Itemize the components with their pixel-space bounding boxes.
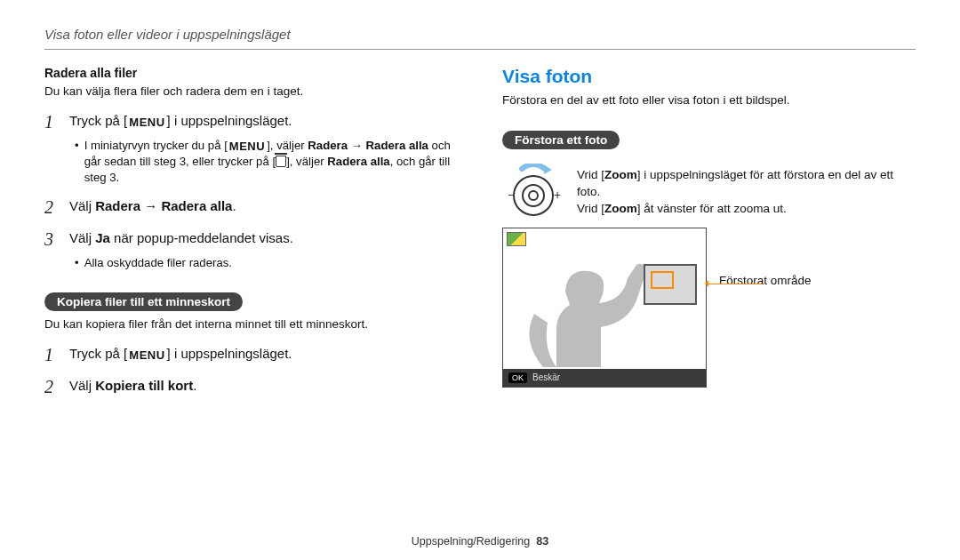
right-column: Visa foton Förstora en del av ett foto e… [502, 66, 916, 403]
step-text: Tryck på [MENU] i uppspelningsläget. [69, 342, 292, 364]
bullet: • Alla oskyddade filer raderas. [75, 255, 458, 271]
footer-section: Uppspelning/Redigering [412, 535, 530, 548]
page-footer: Uppspelning/Redigering 83 [0, 535, 960, 548]
zoom-text: Vrid [Zoom] i uppspelningsläget för att … [577, 164, 916, 218]
zoom-overlay-rect [644, 264, 697, 305]
svg-point-3 [529, 191, 538, 200]
text: Tryck på [ [69, 113, 127, 128]
step-text: Tryck på [MENU] i uppspelningsläget. [69, 109, 292, 131]
t: Zoom [604, 202, 637, 215]
svg-point-2 [523, 185, 544, 206]
ok-badge: OK [508, 372, 527, 383]
radera-title: Radera alla filer [44, 66, 458, 80]
t: Radera alla [161, 198, 232, 213]
bullet: • I miniatyrvyn trycker du på [MENU], vä… [75, 138, 458, 186]
bullet-dot: • [75, 138, 79, 186]
t: Vrid [ [577, 168, 604, 181]
step-number: 2 [44, 195, 60, 220]
page-header: Visa foton eller videor i uppspelningslä… [44, 27, 916, 50]
zoom-region-indicator [651, 271, 674, 289]
menu-icon: MENU [127, 115, 166, 131]
t: Ja [95, 230, 110, 245]
t: Välj [69, 198, 95, 213]
step-number: 3 [44, 227, 60, 252]
radera-desc: Du kan välja flera filer och radera dem … [44, 84, 458, 100]
preview-row: OK Beskär Förstorat område [502, 228, 916, 388]
photo-preview: OK Beskär [502, 228, 707, 388]
t: Välj [69, 230, 95, 245]
footer-label: Beskär [532, 372, 560, 382]
t: Vrid [ [577, 202, 604, 215]
t: Radera [308, 139, 348, 152]
menu-icon: MENU [127, 348, 166, 364]
t: . [232, 198, 236, 213]
t: I miniatyrvyn trycker du på [ [84, 139, 228, 152]
pill-forstora: Förstora ett foto [502, 131, 620, 149]
pill-kopiera: Kopiera filer till ett minneskort [44, 292, 243, 311]
step-number: 1 [44, 342, 60, 367]
t: ], väljer [267, 139, 308, 152]
callout-label: Förstorat område [719, 228, 812, 287]
t: → [348, 139, 366, 152]
zoom-line1: Vrid [Zoom] i uppspelningsläget för att … [577, 167, 916, 201]
text: ] i uppspelningsläget. [167, 113, 292, 128]
bullet-text: Alla oskyddade filer raderas. [84, 255, 232, 271]
t: Radera [95, 198, 140, 213]
callout-line [706, 284, 763, 284]
t: ], väljer [286, 155, 327, 168]
kopiera-step-1: 1 Tryck på [MENU] i uppspelningsläget. [44, 342, 458, 367]
svg-text:+: + [554, 188, 561, 202]
t: Tryck på [ [69, 346, 127, 361]
visa-foton-title: Visa foton [502, 66, 916, 87]
t: när popup-meddelandet visas. [110, 230, 293, 245]
t: . [193, 378, 196, 393]
zoom-row: − + Vrid [Zoom] i uppspelningsläget för … [502, 164, 916, 219]
zoom-line2: Vrid [Zoom] åt vänster för att zooma ut. [577, 201, 916, 218]
svg-marker-0 [544, 165, 552, 174]
page-number: 83 [536, 535, 548, 548]
t: Radera alla [327, 155, 389, 168]
t: Radera alla [366, 139, 428, 152]
left-column: Radera alla filer Du kan välja flera fil… [44, 66, 458, 403]
step-number: 2 [44, 374, 60, 399]
t: ] åt vänster för att zooma ut. [637, 202, 787, 215]
step-2: 2 Välj Radera → Radera alla. [44, 195, 458, 220]
content-columns: Radera alla filer Du kan välja flera fil… [44, 66, 916, 403]
step-text: Välj Ja när popup-meddelandet visas. [69, 227, 293, 247]
trash-icon [276, 156, 286, 167]
step3-sublist: • Alla oskyddade filer raderas. [75, 255, 458, 271]
t: Kopiera till kort [95, 378, 193, 393]
step1-sublist: • I miniatyrvyn trycker du på [MENU], vä… [75, 138, 458, 186]
menu-icon: MENU [228, 139, 267, 155]
bullet-text: I miniatyrvyn trycker du på [MENU], välj… [84, 138, 458, 186]
step-1: 1 Tryck på [MENU] i uppspelningsläget. [44, 109, 458, 134]
zoom-dial-icon: − + [502, 164, 564, 219]
preview-footer: OK Beskär [503, 369, 706, 387]
kopiera-desc: Du kan kopiera filer från det interna mi… [44, 316, 458, 333]
t: Välj [69, 378, 95, 393]
svg-text:−: − [508, 188, 515, 202]
visa-desc: Förstora en del av ett foto eller visa f… [502, 92, 916, 109]
svg-point-1 [514, 176, 553, 215]
step-text: Välj Radera → Radera alla. [69, 195, 236, 215]
step-3: 3 Välj Ja när popup-meddelandet visas. [44, 227, 458, 252]
bullet-dot: • [75, 255, 79, 271]
preview-thumbnail-icon [507, 232, 526, 246]
step-number: 1 [44, 109, 60, 134]
t: ] i uppspelningsläget. [167, 346, 292, 361]
t: Zoom [604, 168, 637, 181]
kopiera-step-2: 2 Välj Kopiera till kort. [44, 374, 458, 399]
step-text: Välj Kopiera till kort. [69, 374, 196, 395]
t: → [140, 198, 161, 213]
